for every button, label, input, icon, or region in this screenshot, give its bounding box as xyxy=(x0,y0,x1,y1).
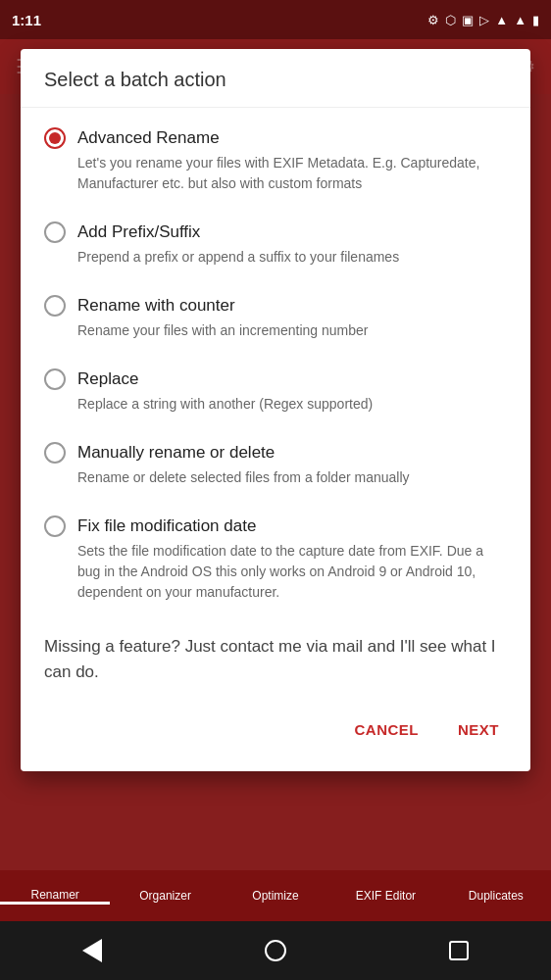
tab-duplicates[interactable]: Duplicates xyxy=(441,889,551,903)
dialog-overlay: Select a batch action Advanced Rename Le… xyxy=(0,39,551,870)
dialog-body: Advanced Rename Let's you rename your fi… xyxy=(21,108,530,771)
radio-label-manually-rename: Manually rename or delete xyxy=(77,443,275,463)
home-icon xyxy=(265,940,286,961)
wifi-icon: ▲ xyxy=(495,13,508,27)
next-button[interactable]: NEXT xyxy=(442,711,515,748)
radio-desc-replace: Replace a string with another (Regex sup… xyxy=(77,390,507,426)
option-advanced-rename[interactable]: Advanced Rename Let's you rename your fi… xyxy=(21,116,530,210)
radio-desc-rename-with-counter: Rename your files with an incrementing n… xyxy=(77,317,507,353)
back-button[interactable] xyxy=(73,931,112,970)
radio-circle-rename-with-counter[interactable] xyxy=(44,295,66,317)
home-button[interactable] xyxy=(256,931,295,970)
radio-row-advanced-rename[interactable]: Advanced Rename xyxy=(44,127,507,149)
radio-circle-advanced-rename[interactable] xyxy=(44,127,66,149)
radio-circle-fix-modification-date[interactable] xyxy=(44,515,66,537)
radio-circle-add-prefix-suffix[interactable] xyxy=(44,221,66,243)
radio-label-fix-modification-date: Fix file modification date xyxy=(77,516,256,536)
status-right: ⚙ ⬡ ▣ ▷ ▲ ▲ ▮ xyxy=(427,13,539,27)
radio-row-rename-with-counter[interactable]: Rename with counter xyxy=(44,295,507,317)
recents-icon xyxy=(449,941,469,960)
tab-organizer[interactable]: Organizer xyxy=(110,889,220,903)
dialog-buttons: CANCEL NEXT xyxy=(21,704,530,763)
app-bottom-tabs: Renamer Organizer Optimize EXIF Editor D… xyxy=(0,870,551,921)
option-add-prefix-suffix[interactable]: Add Prefix/Suffix Prepend a prefix or ap… xyxy=(21,210,530,283)
radio-circle-manually-rename[interactable] xyxy=(44,442,66,464)
status-left: 1:11 xyxy=(12,12,41,28)
option-manually-rename[interactable]: Manually rename or delete Rename or dele… xyxy=(21,430,530,504)
radio-label-advanced-rename: Advanced Rename xyxy=(77,128,220,148)
missing-feature-text: Missing a feature? Just contact me via m… xyxy=(21,618,530,704)
radio-desc-add-prefix-suffix: Prepend a prefix or append a suffix to y… xyxy=(77,243,507,279)
radio-circle-replace[interactable] xyxy=(44,368,66,390)
radio-desc-manually-rename: Rename or delete selected files from a f… xyxy=(77,464,507,500)
radio-row-replace[interactable]: Replace xyxy=(44,368,507,390)
option-rename-with-counter[interactable]: Rename with counter Rename your files wi… xyxy=(21,283,530,357)
radio-row-manually-rename[interactable]: Manually rename or delete xyxy=(44,442,507,464)
radio-label-rename-with-counter: Rename with counter xyxy=(77,296,235,316)
batch-action-dialog: Select a batch action Advanced Rename Le… xyxy=(21,49,530,771)
tab-optimize[interactable]: Optimize xyxy=(221,889,330,903)
signal-icon: ▲ xyxy=(514,13,526,27)
system-nav-bar xyxy=(0,921,551,980)
recents-button[interactable] xyxy=(439,931,478,970)
radio-row-add-prefix-suffix[interactable]: Add Prefix/Suffix xyxy=(44,221,507,243)
radio-label-add-prefix-suffix: Add Prefix/Suffix xyxy=(77,222,200,242)
radio-label-replace: Replace xyxy=(77,369,138,389)
radio-desc-fix-modification-date: Sets the file modification date to the c… xyxy=(77,537,507,614)
clipboard-status-icon: ▣ xyxy=(462,13,474,27)
option-fix-modification-date[interactable]: Fix file modification date Sets the file… xyxy=(21,504,530,618)
tab-exif-editor[interactable]: EXIF Editor xyxy=(330,889,440,903)
cancel-button[interactable]: CANCEL xyxy=(338,711,434,748)
play-status-icon: ▷ xyxy=(479,13,489,27)
battery-icon: ▮ xyxy=(532,13,539,27)
tab-renamer[interactable]: Renamer xyxy=(0,888,110,905)
radio-desc-advanced-rename: Let's you rename your files with EXIF Me… xyxy=(77,149,507,206)
option-replace[interactable]: Replace Replace a string with another (R… xyxy=(21,357,530,430)
shield-status-icon: ⬡ xyxy=(445,13,456,27)
radio-row-fix-modification-date[interactable]: Fix file modification date xyxy=(44,515,507,537)
dialog-title: Select a batch action xyxy=(21,49,530,108)
status-time: 1:11 xyxy=(12,12,41,28)
status-bar: 1:11 ⚙ ⬡ ▣ ▷ ▲ ▲ ▮ xyxy=(0,0,551,39)
settings-status-icon: ⚙ xyxy=(427,13,439,27)
back-icon xyxy=(82,939,102,962)
